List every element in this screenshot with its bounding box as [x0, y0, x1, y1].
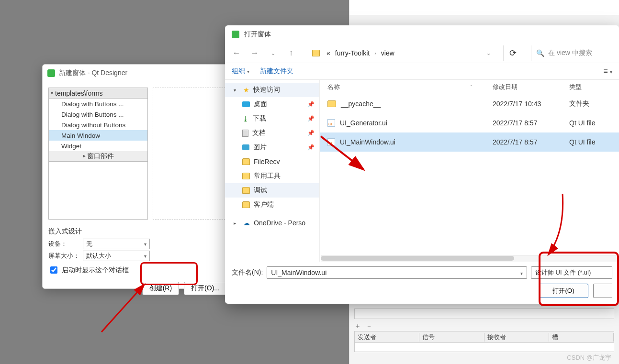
- organize-label: 组织: [232, 67, 245, 75]
- svg-line-1: [321, 136, 364, 170]
- file-row[interactable]: __pycache__2022/7/17 10:43文件夹: [320, 94, 619, 113]
- template-item[interactable]: Dialog with Buttons ...: [49, 109, 147, 120]
- filename-input[interactable]: UI_MainWindow.ui: [267, 266, 527, 279]
- show-on-start-checkbox[interactable]: [50, 266, 57, 274]
- sidebar-downloads[interactable]: ⭳下载📌: [225, 111, 319, 126]
- search-placeholder: 在 view 中搜索: [548, 49, 592, 57]
- template-item[interactable]: Dialog without Buttons: [49, 120, 147, 130]
- file-columns-header: 名称˄ 修改日期 类型: [320, 80, 619, 94]
- templates-header-label: templates\forms: [55, 89, 103, 97]
- crumb-root[interactable]: «: [326, 49, 330, 57]
- sidebar-label: 文档: [252, 129, 266, 137]
- download-icon: ⭳: [242, 115, 249, 122]
- templates-forms-header[interactable]: ▾ templates\forms: [49, 88, 147, 99]
- file-actions: 打开(O): [232, 284, 612, 298]
- filename-label: 文件名(N):: [232, 268, 263, 277]
- file-name: UI_Generator.ui: [340, 119, 387, 127]
- sidebar-label: 常用工具: [254, 172, 281, 180]
- annotation-arrow-3: [524, 194, 567, 261]
- horizontal-scrollbar[interactable]: [321, 255, 618, 262]
- crumb-furry-toolkit[interactable]: furry-Toolkit: [335, 49, 370, 57]
- plus-icon[interactable]: ＋: [354, 322, 361, 330]
- file-type: 文件夹: [562, 99, 619, 108]
- annotation-arrow-2: [318, 134, 371, 177]
- sidebar-pictures[interactable]: 图片📌: [225, 140, 319, 154]
- file-date: 2022/7/17 10:43: [485, 100, 562, 108]
- chevron-down-icon: [610, 67, 612, 75]
- screen-size-label: 屏幕大小：: [48, 252, 83, 260]
- back-button[interactable]: ←: [232, 48, 241, 58]
- sidebar-desktop[interactable]: 桌面📌: [225, 97, 319, 111]
- chevron-down-icon: ▾: [234, 88, 239, 93]
- sidebar-debug[interactable]: 调试: [225, 183, 319, 198]
- sidebar-label: OneDrive - Perso: [254, 219, 305, 227]
- sort-indicator-icon: ˄: [470, 85, 473, 89]
- templates-tree[interactable]: ▾ templates\forms Dialog with Buttons ..…: [48, 88, 148, 220]
- folder-icon: [242, 187, 250, 194]
- pin-icon: 📌: [307, 130, 315, 136]
- file-sidebar[interactable]: ▾ ★ 快速访问 桌面📌 ⭳下载📌 文档📌 图片📌 FileRecv 常用工具 …: [225, 80, 320, 262]
- folder-icon: [242, 173, 250, 179]
- screen-size-value: 默认大小: [86, 252, 111, 260]
- file-date: 2022/7/17 8:57: [485, 119, 562, 127]
- template-item[interactable]: Widget: [49, 141, 147, 151]
- template-item[interactable]: Dialog with Buttons ...: [49, 99, 147, 109]
- cancel-button-partial[interactable]: [593, 284, 612, 298]
- document-icon: [242, 130, 248, 137]
- sidebar-label: 调试: [254, 186, 267, 195]
- minus-icon[interactable]: －: [366, 322, 372, 330]
- chevron-down-icon: ▾: [51, 90, 53, 96]
- organize-menu[interactable]: 组织: [232, 67, 249, 76]
- filename-value: UI_MainWindow.ui: [271, 269, 326, 276]
- device-select[interactable]: 无: [83, 239, 150, 249]
- search-icon: 🔍: [536, 49, 544, 57]
- svg-line-0: [101, 284, 145, 332]
- pin-icon: 📌: [307, 144, 315, 151]
- up-button[interactable]: ↑: [286, 48, 296, 58]
- folder-icon: [242, 201, 250, 208]
- new-folder-button[interactable]: 新建文件夹: [260, 67, 293, 76]
- sidebar-onedrive[interactable]: ▸ ☁ OneDrive - Perso: [225, 216, 319, 230]
- col-name[interactable]: 名称˄: [320, 83, 485, 91]
- view-menu-icon[interactable]: ≡: [603, 67, 612, 76]
- search-input[interactable]: 🔍 在 view 中搜索: [531, 45, 612, 61]
- show-on-start-label: 启动时显示这个对话框: [62, 266, 129, 275]
- template-item-main-window[interactable]: Main Window: [49, 130, 147, 141]
- file-type: Qt UI file: [562, 119, 619, 127]
- device-value: 无: [86, 240, 92, 248]
- qt-app-icon: [47, 69, 55, 77]
- crumb-view[interactable]: view: [381, 49, 394, 57]
- sidebar-documents[interactable]: 文档📌: [225, 126, 319, 140]
- file-type: Qt UI file: [562, 138, 619, 146]
- chevron-right-icon: ▾: [81, 155, 87, 157]
- qt-app-icon: [232, 31, 239, 38]
- sidebar-quick-access[interactable]: ▾ ★ 快速访问: [225, 83, 319, 97]
- history-dropdown[interactable]: ⌄: [268, 50, 278, 56]
- filename-row: 文件名(N): UI_MainWindow.ui 设计师 UI 文件 (*.ui…: [232, 266, 612, 279]
- bg-mini-toolbar: ＋ －: [354, 322, 614, 331]
- col-type[interactable]: 类型: [562, 83, 619, 91]
- file-nav-row: ← → ⌄ ↑ « furry-Toolkit › view ⌄ ⟳ 🔍 在 v…: [225, 44, 619, 63]
- col-sender[interactable]: 发送者: [355, 333, 419, 342]
- file-bottom-bar: 文件名(N): UI_MainWindow.ui 设计师 UI 文件 (*.ui…: [225, 262, 619, 302]
- sidebar-label: 图片: [253, 143, 267, 152]
- forward-button[interactable]: →: [250, 48, 259, 58]
- file-row[interactable]: UI_Generator.ui2022/7/17 8:57Qt UI file: [320, 113, 619, 132]
- col-slot[interactable]: 槽: [549, 333, 614, 342]
- sidebar-tools[interactable]: 常用工具: [225, 169, 319, 183]
- screen-size-select[interactable]: 默认大小: [83, 251, 150, 261]
- breadcrumb[interactable]: « furry-Toolkit › view ⌄: [304, 45, 495, 61]
- open-button[interactable]: 打开(O)...: [184, 282, 227, 295]
- open-file-button[interactable]: 打开(O): [539, 284, 588, 298]
- bg-label-strip: [354, 309, 614, 319]
- sidebar-client[interactable]: 客户端: [225, 198, 319, 212]
- filetype-filter[interactable]: 设计师 UI 文件 (*.ui): [531, 266, 612, 279]
- pin-icon: 📌: [307, 101, 315, 108]
- refresh-button[interactable]: ⟳: [503, 45, 522, 61]
- widgets-header[interactable]: ▾ 窗口部件: [49, 151, 147, 162]
- sidebar-filerecv[interactable]: FileRecv: [225, 154, 319, 169]
- col-date[interactable]: 修改日期: [485, 83, 562, 91]
- col-signal[interactable]: 信号: [419, 333, 484, 342]
- sidebar-label: FileRecv: [254, 158, 280, 165]
- col-receiver[interactable]: 接收者: [484, 333, 549, 342]
